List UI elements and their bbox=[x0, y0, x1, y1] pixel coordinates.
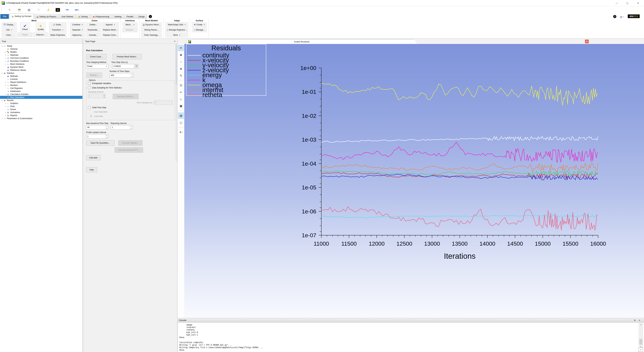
chevron-down-icon[interactable]: ∨ bbox=[1, 45, 3, 47]
residuals-plot[interactable]: 1e+001e-011e-021e-031e-041e-051e-061e-07… bbox=[184, 44, 644, 318]
deactivate--button[interactable]: Deactivate... bbox=[86, 28, 101, 32]
zoom-box-icon[interactable]: ⊡ bbox=[178, 82, 184, 88]
tree-item-cell-registers[interactable]: ∿Cell Registers bbox=[0, 87, 82, 90]
tree-item-graphics[interactable]: >◐Graphics bbox=[0, 102, 82, 105]
chevron-right-icon[interactable]: > bbox=[4, 54, 7, 56]
console-close-icon[interactable]: ✕ bbox=[639, 319, 640, 321]
tab-setting-up-physics[interactable]: ⬓Setting Up Physics bbox=[34, 14, 58, 19]
combine-button[interactable]: Combine▼ bbox=[70, 22, 85, 27]
tree-item-solution[interactable]: ∨▦Solution bbox=[0, 72, 82, 75]
tree-item-parameters-customization[interactable]: >⬠Parameters & Customization bbox=[0, 117, 82, 120]
chevron-right-icon[interactable]: > bbox=[4, 106, 7, 107]
tab-user-defined[interactable]: User Defined bbox=[59, 14, 76, 19]
separate-button[interactable]: Separate▼ bbox=[70, 28, 85, 32]
create-button[interactable]: ✚Create▼ bbox=[192, 22, 207, 27]
manage--button[interactable]: ▯Manage... bbox=[192, 28, 207, 32]
quality-button[interactable]: ★Quality bbox=[36, 22, 46, 32]
lights-icon[interactable]: ☀▾ bbox=[178, 129, 184, 135]
help-icon[interactable]: ? bbox=[613, 15, 616, 18]
zoom-in-icon[interactable]: ⊕ bbox=[178, 66, 184, 72]
update-lightning-icon[interactable]: ⚡ bbox=[46, 8, 51, 12]
make-polyhedra-button[interactable]: Make Polyhedra bbox=[49, 33, 66, 37]
console-float-icon[interactable]: ⧉ bbox=[634, 319, 636, 321]
sampling-interval-stepper[interactable]: 1 ▲▼ bbox=[88, 94, 106, 98]
chevron-right-icon[interactable]: > bbox=[4, 60, 7, 62]
dynamic-mesh--button[interactable]: ◪Dynamic Mesh... bbox=[141, 22, 162, 27]
tree-item-results[interactable]: ∨◉Results bbox=[0, 99, 82, 102]
adjacency--button[interactable]: Adjacency... bbox=[70, 33, 85, 37]
replace-zone--button[interactable]: Replace Zone... bbox=[102, 33, 119, 37]
mesh-sphere-icon[interactable]: ● bbox=[7, 8, 12, 12]
axes-icon[interactable]: ⊥ bbox=[178, 96, 184, 102]
tab-postprocessing[interactable]: ◉Postprocessing bbox=[90, 14, 112, 19]
tree-item-cell-zone-conditions[interactable]: >▰Cell Zone Conditions bbox=[0, 57, 82, 60]
user-specified-radio[interactable] bbox=[90, 111, 93, 113]
monitors-mo-icon[interactable]: MO≡ bbox=[74, 8, 80, 12]
reporting-interval-stepper[interactable]: 1 ▲▼ bbox=[110, 125, 133, 129]
tab-file[interactable]: File bbox=[0, 14, 9, 19]
chevron-right-icon[interactable]: > bbox=[4, 81, 7, 83]
tree-item-methods[interactable]: ◉Methods bbox=[0, 75, 82, 78]
scaled-residuals-tab[interactable]: Scaled Residuals bbox=[186, 39, 417, 44]
check-button[interactable]: ✔Check bbox=[20, 22, 30, 32]
tree-item-initialization[interactable]: ⇥Initialization bbox=[0, 90, 82, 93]
arrange-windows-icon[interactable]: ▥▾ bbox=[620, 16, 624, 18]
ribbon-collapse-icon[interactable]: ∧ bbox=[149, 15, 152, 18]
calculate-button[interactable]: Calculate bbox=[86, 155, 100, 160]
graphics-tab-close-icon[interactable]: ✕ bbox=[585, 40, 589, 43]
tab-viewing[interactable]: Viewing bbox=[112, 14, 124, 19]
tree-item-animations[interactable]: >▥Animations bbox=[0, 111, 82, 114]
ansys-a-icon[interactable]: Λ bbox=[56, 8, 60, 12]
mixing-planes--button[interactable]: Mixing Planes... bbox=[141, 28, 162, 32]
tab-setting-up-domain[interactable]: ⬓Setting Up Domain bbox=[10, 14, 34, 19]
console-accept-button[interactable]: ✓ bbox=[639, 347, 643, 352]
more-button[interactable]: More▼ bbox=[165, 33, 188, 37]
chevron-right-icon[interactable]: > bbox=[4, 51, 7, 53]
settings-button[interactable]: Settings... bbox=[86, 73, 102, 78]
acoustic-signals-button[interactable]: Acoustic Signals... bbox=[118, 140, 142, 146]
chevron-down-icon[interactable]: ∨ bbox=[1, 99, 3, 101]
task-page-scrollbar[interactable] bbox=[176, 44, 177, 161]
automatic-radio[interactable] bbox=[90, 115, 93, 118]
tree-item-report-definitions[interactable]: >∿Report Definitions bbox=[0, 81, 82, 84]
preview-mesh-motion-button[interactable]: Preview Mesh Motion... bbox=[112, 54, 142, 59]
tree-item-general[interactable]: ≣General bbox=[0, 48, 82, 51]
rotate-view-icon[interactable]: ⟳ bbox=[178, 45, 184, 51]
zoom-back-icon[interactable]: ↩ bbox=[178, 89, 184, 95]
probe-icon[interactable]: ✎ bbox=[178, 73, 184, 79]
chevron-right-icon[interactable]: > bbox=[4, 93, 7, 95]
chevron-right-icon[interactable]: > bbox=[4, 84, 7, 86]
data-file-quantities-button[interactable]: Data File Quantities... bbox=[86, 140, 114, 146]
activate--button[interactable]: Activate... bbox=[86, 33, 101, 37]
scroll-up-icon[interactable]: ∧ bbox=[640, 323, 641, 326]
console-output[interactable]: omega intermit retheta hyb_init-0 hyb_in… bbox=[178, 323, 644, 352]
mesh--button[interactable]: Mesh...▼ bbox=[122, 22, 138, 27]
tab-solving[interactable]: ▦Solving bbox=[76, 14, 90, 19]
help-button[interactable]: Help bbox=[86, 167, 97, 172]
max-iterations-stepper[interactable]: 40 ▲▼ bbox=[86, 125, 108, 129]
snapshot-camera-icon[interactable]: ▣ bbox=[178, 103, 184, 109]
parameters-pp-icon[interactable]: P⇄ bbox=[65, 8, 70, 12]
improve--button[interactable]: Improve... bbox=[33, 32, 48, 37]
tree-item-monitors[interactable]: >∿Monitors bbox=[0, 84, 82, 87]
profile-update-interval-stepper[interactable]: 1 ▲▼ bbox=[86, 134, 108, 139]
chevron-right-icon[interactable]: > bbox=[1, 118, 3, 119]
tree-item-calculation-activities[interactable]: >▥Calculation Activities bbox=[0, 93, 82, 96]
zoom-scale-icon[interactable]: ↕ bbox=[178, 59, 184, 65]
import-case-icon[interactable]: ⬒ bbox=[17, 8, 22, 12]
append-button[interactable]: Append▼ bbox=[102, 22, 119, 27]
acoustic-sources-fft-button[interactable]: Acoustic Sources FFT... bbox=[114, 147, 143, 153]
tree-item-dynamic-mesh[interactable]: ◪Dynamic Mesh bbox=[0, 66, 82, 69]
perspective-box-icon[interactable]: ▧ bbox=[178, 113, 184, 119]
time-step-size-input[interactable]: 0.00625 bbox=[112, 64, 134, 68]
solid-time-step-checkbox[interactable] bbox=[88, 106, 91, 109]
number-of-time-steps-stepper[interactable]: 400 ▲▼ bbox=[110, 73, 134, 78]
chevron-right-icon[interactable]: > bbox=[4, 115, 7, 116]
tree-item-mesh-interfaces[interactable]: >∞Mesh Interfaces bbox=[0, 63, 82, 66]
orthographic-box-icon[interactable]: ◻ bbox=[178, 120, 184, 125]
overset--button[interactable]: Overset... bbox=[122, 28, 138, 32]
transform-button[interactable]: Transform▼ bbox=[49, 28, 66, 32]
task-page-close-icon[interactable]: ✕ bbox=[174, 40, 176, 43]
minimize-button[interactable]: — bbox=[615, 2, 618, 4]
display--button[interactable]: 🗖Display... bbox=[2, 22, 17, 27]
